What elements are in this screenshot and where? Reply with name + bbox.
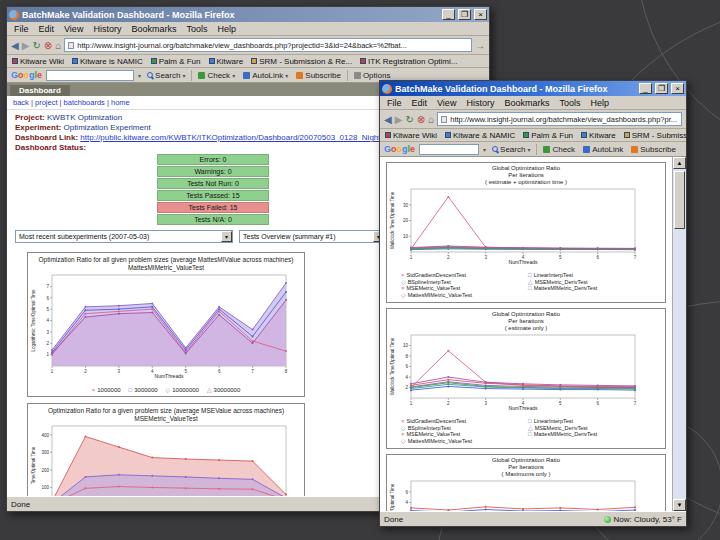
chevron-down-icon[interactable]: ▾ bbox=[138, 72, 141, 79]
bookmark-item[interactable]: Kitware bbox=[581, 131, 616, 140]
legend-marker-icon: ◇ bbox=[166, 386, 171, 393]
legend-entry: ◇MattesMIMetric_ValueTest bbox=[401, 291, 524, 298]
svg-text:7: 7 bbox=[634, 401, 637, 406]
chart-global-box-2: Global Optimization Ratio Per Iterations… bbox=[386, 308, 666, 449]
menu-view[interactable]: View bbox=[59, 23, 88, 35]
gear-icon bbox=[354, 72, 361, 79]
bookmark-item[interactable]: ITK Registration Optimi... bbox=[360, 57, 457, 66]
menu-tools[interactable]: Tools bbox=[554, 97, 585, 109]
menu-history[interactable]: History bbox=[461, 97, 499, 109]
maximize-button[interactable]: ❐ bbox=[458, 9, 471, 20]
bookmark-icon bbox=[12, 58, 18, 64]
scroll-thumb[interactable] bbox=[674, 171, 685, 229]
back-icon[interactable]: ◀ bbox=[11, 40, 19, 51]
menu-bookmarks[interactable]: Bookmarks bbox=[499, 97, 554, 109]
url-bar[interactable]: http://www.insight-journal.org/batchmake… bbox=[64, 38, 472, 52]
titlebar[interactable]: BatchMake Validation Dashboard - Mozilla… bbox=[7, 7, 489, 22]
reload-icon[interactable]: ↻ bbox=[405, 114, 413, 125]
weather-icon bbox=[604, 516, 611, 523]
menu-history[interactable]: History bbox=[88, 23, 126, 35]
bookmark-item[interactable]: SRM - Submission & Re... bbox=[251, 57, 352, 66]
search-icon bbox=[147, 72, 153, 78]
spellcheck-icon bbox=[198, 72, 205, 79]
bookmarks-toolbar: Kitware Wiki Kitware & NAMIC Palm & Fun … bbox=[380, 129, 686, 142]
toolbar-separator bbox=[347, 70, 348, 81]
bookmark-item[interactable]: SRM - Submission & Re... bbox=[624, 131, 686, 140]
reload-icon[interactable]: ↻ bbox=[32, 40, 40, 51]
vertical-scrollbar[interactable]: ▲ ▼ bbox=[672, 157, 686, 511]
google-check-button[interactable]: Check▾ bbox=[196, 71, 237, 80]
forward-icon[interactable]: ▶ bbox=[395, 114, 403, 125]
go-icon[interactable]: → bbox=[475, 40, 485, 51]
scroll-up-icon[interactable]: ▲ bbox=[673, 157, 686, 169]
bookmark-item[interactable]: Kitware bbox=[209, 57, 244, 66]
bookmarks-toolbar: Kitware Wiki Kitware is NAMIC Palm & Fun… bbox=[7, 55, 489, 68]
svg-text:Logarithmic Time/Optimal Time: Logarithmic Time/Optimal Time bbox=[31, 289, 36, 352]
svg-text:5: 5 bbox=[46, 307, 49, 312]
window-title: BatchMake Validation Dashboard - Mozilla… bbox=[22, 10, 439, 20]
menu-edit[interactable]: Edit bbox=[407, 97, 433, 109]
google-subscribe-button[interactable]: Subscribe bbox=[294, 71, 343, 80]
minimize-button[interactable]: _ bbox=[442, 9, 455, 20]
google-toolbar: Google ▾ Search▾ Check AutoLink Subscrib… bbox=[380, 142, 686, 157]
legend-marker-icon: ◇ bbox=[401, 437, 406, 444]
menu-edit[interactable]: Edit bbox=[34, 23, 60, 35]
google-autolink-button[interactable]: AutoLink bbox=[581, 145, 625, 154]
menu-tools[interactable]: Tools bbox=[181, 23, 212, 35]
view-select[interactable]: Tests Overview (summary #1)▾ bbox=[239, 230, 385, 243]
forward-icon[interactable]: ▶ bbox=[22, 40, 30, 51]
close-button[interactable]: × bbox=[474, 9, 487, 20]
bookmark-item[interactable]: Kitware Wiki bbox=[12, 57, 64, 66]
chart-title: Global Optimization Ratio bbox=[389, 311, 663, 318]
back-icon[interactable]: ◀ bbox=[384, 114, 392, 125]
svg-text:NumThreads: NumThreads bbox=[509, 259, 538, 265]
stop-icon[interactable]: ⊗ bbox=[44, 40, 52, 51]
menu-bookmarks[interactable]: Bookmarks bbox=[126, 23, 181, 35]
google-search-input[interactable] bbox=[419, 144, 479, 155]
url-bar[interactable]: http://www.insight-journal.org/batchmake… bbox=[437, 112, 682, 126]
legend-marker-icon: × bbox=[92, 387, 96, 393]
minimize-button[interactable]: _ bbox=[639, 83, 652, 94]
svg-text:30: 30 bbox=[403, 203, 409, 208]
bookmark-icon bbox=[523, 132, 529, 138]
svg-text:1: 1 bbox=[46, 352, 49, 357]
dashboard-tab[interactable]: Dashboard bbox=[10, 85, 70, 96]
chevron-down-icon: ▾ bbox=[527, 146, 530, 153]
legend-marker-icon: △ bbox=[207, 386, 212, 393]
svg-text:4: 4 bbox=[46, 318, 49, 323]
svg-text:100: 100 bbox=[41, 485, 49, 490]
google-options-button[interactable]: Options bbox=[352, 71, 393, 80]
close-button[interactable]: × bbox=[671, 83, 684, 94]
menu-help[interactable]: Help bbox=[212, 23, 241, 35]
google-search-button[interactable]: Search▾ bbox=[145, 71, 187, 80]
status-text: Done bbox=[11, 500, 30, 509]
chevron-down-icon: ▾ bbox=[182, 72, 185, 79]
bookmark-item[interactable]: Palm & Fun bbox=[151, 57, 201, 66]
legend-marker-icon: □ bbox=[129, 387, 133, 393]
google-check-button[interactable]: Check bbox=[541, 145, 577, 154]
bookmark-item[interactable]: Kitware Wiki bbox=[385, 131, 437, 140]
navigation-toolbar: ◀ ▶ ↻ ⊗ ⌂ http://www.insight-journal.org… bbox=[7, 36, 489, 55]
bookmark-item[interactable]: Kitware is NAMIC bbox=[72, 57, 143, 66]
bookmark-item[interactable]: Palm & Fun bbox=[523, 131, 573, 140]
menu-file[interactable]: File bbox=[382, 97, 407, 109]
google-search-input[interactable] bbox=[46, 70, 134, 81]
google-search-button[interactable]: Search▾ bbox=[490, 145, 532, 154]
home-icon[interactable]: ⌂ bbox=[428, 114, 434, 125]
titlebar[interactable]: BatchMake Validation Dashboard - Mozilla… bbox=[380, 81, 686, 96]
legend-entry: ◇MattesMIMetric_ValueTest bbox=[401, 437, 524, 444]
menu-help[interactable]: Help bbox=[585, 97, 614, 109]
bookmark-item[interactable]: Kitware & NAMIC bbox=[445, 131, 515, 140]
legend-marker-icon: △ bbox=[528, 424, 533, 431]
menu-view[interactable]: View bbox=[432, 97, 461, 109]
stop-icon[interactable]: ⊗ bbox=[417, 114, 425, 125]
maximize-button[interactable]: ❐ bbox=[655, 83, 668, 94]
google-autolink-button[interactable]: AutoLink▾ bbox=[241, 71, 290, 80]
google-subscribe-button[interactable]: Subscribe bbox=[629, 145, 678, 154]
subexperiment-select[interactable]: Most recent subexperiments (2007-05-03)▾ bbox=[15, 230, 233, 243]
weather-widget[interactable]: Now: Cloudy, 53° F bbox=[604, 515, 682, 524]
scroll-down-icon[interactable]: ▼ bbox=[673, 499, 686, 511]
menu-file[interactable]: File bbox=[9, 23, 34, 35]
chevron-down-icon[interactable]: ▾ bbox=[483, 146, 486, 153]
home-icon[interactable]: ⌂ bbox=[55, 40, 61, 51]
